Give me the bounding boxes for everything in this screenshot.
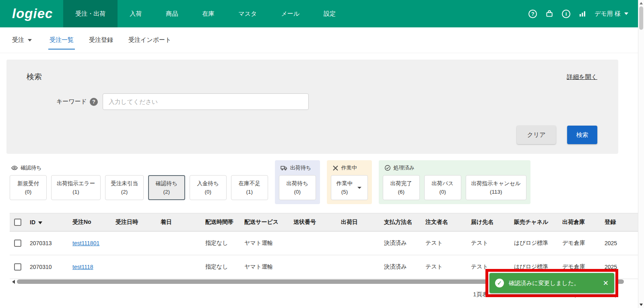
order-no-link[interactable]: test1118 xyxy=(72,264,93,270)
row-checkbox[interactable] xyxy=(14,263,21,271)
tab-order-import[interactable]: 受注インポート xyxy=(128,27,171,53)
cell-sales-channel: はぴロジ標準 xyxy=(513,232,561,255)
clear-button[interactable]: クリア xyxy=(517,126,556,144)
col-order-datetime: 受注日時 xyxy=(115,213,160,232)
filter-ship-pass[interactable]: 出荷パス (0) xyxy=(424,175,461,200)
nav-item-products[interactable]: 商品 xyxy=(154,0,190,27)
nav-utilities: ? i デモ用 様 xyxy=(528,0,638,27)
bag-icon[interactable] xyxy=(545,10,553,18)
cell-payment-method: 決済済み xyxy=(383,232,425,255)
cell-orderer-name: テスト xyxy=(425,232,470,255)
cell-tracking-number xyxy=(293,232,340,255)
filter-ship-complete[interactable]: 出荷完了 (6) xyxy=(383,175,420,200)
row-checkbox[interactable] xyxy=(14,240,21,247)
signal-bars-icon[interactable] xyxy=(579,10,586,17)
scroll-down-icon[interactable] xyxy=(640,304,643,306)
cell-ship-date xyxy=(340,255,383,279)
col-id[interactable]: ID xyxy=(29,213,72,232)
keyword-help-icon[interactable]: ? xyxy=(90,98,98,106)
toast-message: 確認済みに変更しました。 xyxy=(509,279,580,287)
sort-desc-icon xyxy=(38,221,42,224)
vertical-scroll-thumb[interactable] xyxy=(639,6,643,30)
group-header: 作業中 xyxy=(331,164,368,172)
order-no-link[interactable]: test111801 xyxy=(72,240,99,246)
filter-new-orders[interactable]: 新規受付 (0) xyxy=(10,175,47,200)
col-arrival-date: 着日 xyxy=(160,213,204,232)
col-sales-channel: 販売チャネル xyxy=(513,213,561,232)
order-dropdown-label: 受注 xyxy=(12,36,24,44)
group-header: 確認待ち xyxy=(10,164,268,172)
col-ship-date: 出荷日 xyxy=(340,213,383,232)
table-header-row: ID 受注No 受注日時 着日 配送時間帯 配送サービス 送状番号 出荷日 支払… xyxy=(10,213,644,232)
cell-recipient-name: テスト xyxy=(470,232,513,255)
filter-ship-instruction-cancel[interactable]: 出荷指示キャンセル (113) xyxy=(466,175,526,200)
tab-order-list[interactable]: 受注一覧 xyxy=(50,27,74,53)
search-panel: 検索 詳細を開く キーワード ? クリア 検索 xyxy=(6,60,618,154)
user-menu[interactable]: デモ用 様 xyxy=(594,10,628,18)
keyword-label: キーワード xyxy=(56,98,87,105)
cell-tracking-number xyxy=(293,255,340,279)
cell-order-datetime xyxy=(115,255,160,279)
search-title: 検索 xyxy=(27,72,604,82)
filter-awaiting-confirmation[interactable]: 確認待ち (2) xyxy=(148,175,185,200)
search-button[interactable]: 検索 xyxy=(567,126,597,144)
scroll-up-icon[interactable] xyxy=(640,2,643,4)
status-filters: 確認待ち 新規受付 (0) 出荷指示エラー (1) 受注未引当 (2) 確認待ち… xyxy=(10,160,638,204)
chevron-down-icon xyxy=(28,39,32,41)
logiec-logo[interactable]: logiec xyxy=(0,0,63,27)
filter-awaiting-payment[interactable]: 入金待ち (0) xyxy=(190,175,227,200)
annotation-highlight-box: ✓ 確認済みに変更しました。 ✕ xyxy=(485,269,618,297)
cell-orderer-name: テスト xyxy=(425,255,470,279)
group-title: 処理済み xyxy=(394,164,415,172)
col-payment-method: 支払方法名 xyxy=(383,213,425,232)
nav-item-mail[interactable]: メール xyxy=(269,0,312,27)
group-title: 作業中 xyxy=(341,164,357,172)
nav-item-orders-shipping[interactable]: 受注・出荷 xyxy=(63,0,118,27)
cell-delivery-service: ヤマト運輸 xyxy=(244,232,293,255)
cell-delivery-time-slot: 指定なし xyxy=(204,255,244,279)
top-nav: logiec 受注・出荷 入荷 商品 在庫 マスタ メール 設定 ? i xyxy=(0,0,638,27)
cell-payment-method: 決済済み xyxy=(383,255,425,279)
check-circle-icon: ✓ xyxy=(495,279,504,287)
select-all-checkbox[interactable] xyxy=(14,219,21,226)
main-menu: 受注・出荷 入荷 商品 在庫 マスタ メール 設定 xyxy=(63,0,348,27)
cell-ship-warehouse: デモ倉庫 xyxy=(561,232,604,255)
open-details-link[interactable]: 詳細を開く xyxy=(567,73,597,81)
close-icon[interactable]: ✕ xyxy=(599,279,609,287)
tab-order-register[interactable]: 受注登録 xyxy=(89,27,113,53)
info-icon[interactable]: i xyxy=(562,10,570,18)
nav-item-inventory[interactable]: 在庫 xyxy=(190,0,226,27)
main-content: logiec 受注・出荷 入荷 商品 在庫 マスタ メール 設定 ? i xyxy=(0,0,638,298)
group-in-progress: 作業中 作業中 (5) xyxy=(327,160,372,204)
sub-nav: 受注 受注一覧 受注登録 受注インポート xyxy=(0,27,638,53)
filter-awaiting-shipment[interactable]: 出荷待ち (0) xyxy=(279,175,316,200)
cell-delivery-time-slot: 指定なし xyxy=(204,232,244,255)
group-processed: 処理済み 出荷完了 (6) 出荷パス (0) 出荷指示キャンセル (113) xyxy=(379,160,530,204)
vertical-scrollbar[interactable] xyxy=(638,0,644,308)
group-title: 出荷待ち xyxy=(290,164,311,172)
col-order-no: 受注No xyxy=(72,213,115,232)
search-actions: クリア 検索 xyxy=(517,126,597,144)
col-recipient-name: 届け先名 xyxy=(470,213,513,232)
keyword-input[interactable] xyxy=(103,93,309,110)
group-title: 確認待ち xyxy=(21,164,41,172)
filter-out-of-stock[interactable]: 在庫不足 (1) xyxy=(231,175,268,200)
nav-item-arrivals[interactable]: 入荷 xyxy=(118,0,154,27)
col-ship-warehouse: 出荷倉庫 xyxy=(561,213,604,232)
scroll-left-icon[interactable] xyxy=(12,280,15,284)
chevron-down-icon[interactable] xyxy=(357,187,361,189)
cell-arrival-date xyxy=(160,255,204,279)
nav-item-master[interactable]: マスタ xyxy=(226,0,269,27)
filter-ship-instruction-error[interactable]: 出荷指示エラー (1) xyxy=(51,175,101,200)
order-dropdown[interactable]: 受注 xyxy=(12,36,32,44)
filter-in-progress[interactable]: 作業中 (5) xyxy=(331,175,368,200)
cell-id: 2070310 xyxy=(29,255,72,279)
nav-item-settings[interactable]: 設定 xyxy=(312,0,348,27)
help-icon[interactable]: ? xyxy=(528,10,537,18)
cell-ship-date xyxy=(340,232,383,255)
cell-id: 2070313 xyxy=(29,232,72,255)
table-row: 2070313 test111801 指定なし ヤマト運輸 決済済み テスト テ… xyxy=(10,232,644,255)
success-toast: ✓ 確認済みに変更しました。 ✕ xyxy=(489,273,614,293)
filter-order-unallocated[interactable]: 受注未引当 (2) xyxy=(105,175,144,200)
user-name: デモ用 様 xyxy=(594,10,621,18)
